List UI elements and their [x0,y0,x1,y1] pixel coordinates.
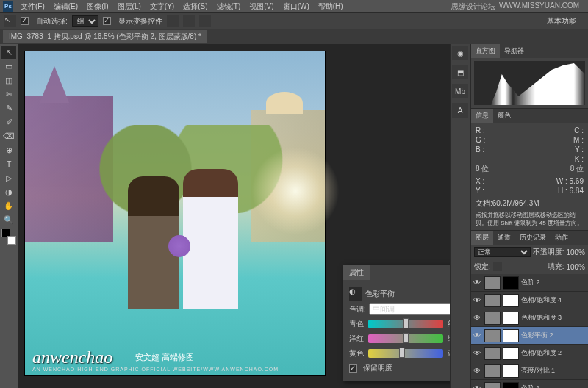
watermark-site: 思缘设计论坛 [447,1,500,12]
dock-icon-2[interactable]: ⬒ [452,65,468,79]
visibility-icon[interactable]: 👁 [473,367,482,375]
align-icon-3[interactable] [199,15,211,27]
layer-row[interactable]: 👁 色彩平衡 2 [471,327,588,345]
menu-image[interactable]: 图像(I) [82,1,112,12]
tab-channels[interactable]: 通道 [493,231,515,245]
tool-eraser[interactable]: ⌫ [1,129,16,143]
tab-navigator[interactable]: 导航器 [500,44,528,58]
auto-select-checkbox[interactable] [21,17,29,25]
move-tool-icon: ↖ [4,15,16,27]
image-watermark-sub: 安文超 高端修图 [135,352,194,363]
layer-row[interactable]: 👁 色阶 1 [471,380,588,388]
fg-bg-colors[interactable] [1,229,16,245]
tool-shape[interactable]: ◑ [1,185,16,198]
layer-name: 色阶 1 [521,384,586,388]
layer-thumb [484,364,501,378]
tone-label: 色调: [349,304,366,315]
tool-hand[interactable]: ✋ [1,199,16,212]
canvas-area[interactable]: anwenchao 安文超 高端修图 AN WENCHAO HIGH-END G… [18,44,450,388]
dock-icon-4[interactable]: A [452,103,468,118]
layer-row[interactable]: 👁 色阶 2 [471,274,588,292]
slider-left-2: 黄色 [349,348,364,359]
layer-thumb [484,294,501,307]
show-transform-checkbox[interactable] [103,17,111,25]
layer-mask [503,329,519,342]
slider-track-0[interactable] [368,320,443,328]
dock-icon-1[interactable]: ◉ [452,46,468,60]
tool-move[interactable]: ↖ [1,46,16,59]
tab-actions[interactable]: 动作 [551,231,573,245]
layer-mask [503,364,519,378]
tool-crop[interactable]: ✄ [1,87,16,101]
tool-gradient[interactable]: ⊕ [1,143,16,157]
align-icon-1[interactable] [167,15,179,27]
fill-value[interactable]: 100% [566,263,585,271]
document-tabbar: IMG_3783_1 拷贝.psd @ 16.5% (色彩平衡 2, 图层蒙版/… [0,29,588,44]
layer-row[interactable]: 👁 色相/饱和度 3 [471,309,588,327]
layer-mask [503,276,519,290]
slider-track-2[interactable] [368,349,443,358]
menu-window[interactable]: 窗口(W) [279,1,314,12]
layers-list: 👁 色阶 2👁 色相/饱和度 4👁 色相/饱和度 3👁 色彩平衡 2👁 色相/饱… [471,274,588,388]
visibility-icon[interactable]: 👁 [473,314,482,322]
layer-thumb [484,347,501,360]
tool-zoom[interactable]: 🔍 [1,213,16,226]
visibility-icon[interactable]: 👁 [473,349,482,357]
layer-row[interactable]: 👁 亮度/对比 1 [471,362,588,380]
visibility-icon[interactable]: 👁 [473,279,482,287]
layer-thumb [484,382,501,389]
menu-help[interactable]: 帮助(H) [314,1,348,12]
visibility-icon[interactable]: 👁 [473,296,482,304]
dock-icon-3[interactable]: Mb [452,84,468,98]
opacity-value[interactable]: 100% [566,248,585,256]
slider-right-0: 红色 [448,319,450,329]
menu-select[interactable]: 选择(S) [179,1,212,12]
menu-view[interactable]: 视图(V) [245,1,278,12]
opacity-label: 不透明度: [533,247,564,257]
blend-mode-select[interactable]: 正常 [474,247,531,257]
workspace-switcher[interactable]: 基本功能 [541,15,582,28]
menu-layer[interactable]: 图层(L) [113,1,146,12]
tool-lasso[interactable]: ◫ [1,73,16,87]
visibility-icon[interactable]: 👁 [473,331,482,340]
menubar: Ps 文件(F) 编辑(E) 图像(I) 图层(L) 文字(Y) 选择(S) 滤… [0,0,588,13]
menu-file[interactable]: 文件(F) [16,1,49,12]
tool-brush[interactable]: ✐ [1,115,16,129]
slider-track-1[interactable] [368,334,443,343]
tool-eyedropper[interactable]: ✎ [1,101,16,115]
document-tab[interactable]: IMG_3783_1 拷贝.psd @ 16.5% (色彩平衡 2, 图层蒙版/… [3,30,207,43]
histogram [474,61,585,105]
layer-mask [503,382,519,389]
layer-name: 色相/饱和度 3 [521,313,586,323]
preserve-luminosity-label: 保留明度 [363,363,392,373]
layer-row[interactable]: 👁 色相/饱和度 2 [471,345,588,362]
menu-type[interactable]: 文字(Y) [146,1,179,12]
image-watermark-tiny: AN WENCHAO HIGH-END GRAPHIC OFFICIAL WEB… [32,367,279,372]
align-icon-2[interactable] [183,15,195,27]
tab-color[interactable]: 颜色 [493,109,515,123]
menu-edit[interactable]: 编辑(E) [49,1,82,12]
layer-name: 色相/饱和度 4 [521,295,586,305]
slider-right-1: 绿色 [448,334,450,344]
canvas-image: anwenchao 安文超 高端修图 AN WENCHAO HIGH-END G… [25,51,325,375]
lock-icon[interactable] [493,262,502,271]
tool-marquee[interactable]: ▭ [1,60,16,73]
visibility-icon[interactable]: 👁 [473,384,482,388]
auto-select-dropdown[interactable]: 组 [72,15,98,27]
menu-filter[interactable]: 滤镜(T) [212,1,245,12]
dock-column: ◉ ⬒ Mb A [450,44,470,388]
watermark-url: WWW.MISSYUAN.COM [495,1,584,10]
tab-histogram[interactable]: 直方图 [471,44,500,58]
tool-pen[interactable]: ▷ [1,171,16,184]
tab-info[interactable]: 信息 [471,109,493,123]
slider-left-0: 青色 [349,319,364,329]
layer-row[interactable]: 👁 色相/饱和度 4 [471,292,588,309]
tab-layers[interactable]: 图层 [471,231,493,245]
preserve-luminosity-checkbox[interactable] [349,364,357,373]
tool-type[interactable]: T [1,157,16,170]
tone-select[interactable]: 中间调 [369,303,450,315]
properties-tab[interactable]: 属性 [343,265,370,280]
layer-mask [503,312,519,325]
options-bar: ↖ 自动选择: 组 显示变换控件 [0,13,588,29]
tab-history[interactable]: 历史记录 [515,231,551,245]
